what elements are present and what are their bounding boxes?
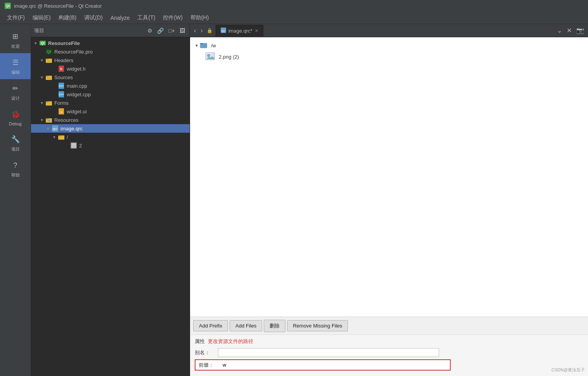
tab-close-all-btn[interactable]: ✕ bbox=[564, 25, 574, 36]
tree-item-res-2[interactable]: □ 2 bbox=[31, 141, 190, 150]
fwd-btn[interactable]: › bbox=[198, 26, 205, 36]
svg-rect-14 bbox=[47, 102, 48, 103]
menu-item-analyze[interactable]: Analyze bbox=[107, 13, 134, 23]
prefix-w-label: /w bbox=[211, 43, 216, 49]
remove-btn[interactable]: 删除 bbox=[264, 320, 285, 332]
tab-image-qrc[interactable]: qrc image.qrc* ✕ bbox=[216, 25, 263, 36]
svg-text:C++: C++ bbox=[59, 85, 64, 87]
bottom-toolbar: Add Prefix Add Files 删除 Remove Missing F… bbox=[190, 317, 588, 334]
widget-h-label: widget.h bbox=[67, 66, 85, 72]
add-files-btn[interactable]: Add Files bbox=[230, 320, 262, 331]
menu-item-build[interactable]: 构建(B) bbox=[55, 13, 81, 23]
headers-arrow: ▼ bbox=[39, 58, 45, 62]
prefix-w-arrow: ▼ bbox=[195, 43, 200, 48]
add-btn[interactable]: □+ bbox=[167, 27, 176, 35]
tree-item-resources[interactable]: ▼ Resources bbox=[31, 116, 190, 124]
sources-label: Sources bbox=[54, 75, 73, 80]
back-btn[interactable]: ‹ bbox=[192, 26, 198, 36]
prop-title-row: 属性 更改资源文件的路径 bbox=[195, 338, 583, 345]
tree-item-image-qrc[interactable]: ▼ qrc image.qrc bbox=[31, 124, 190, 133]
res-file-2png[interactable]: 2.png (2) bbox=[190, 51, 588, 63]
svg-rect-18 bbox=[46, 118, 48, 120]
svg-text:qrc: qrc bbox=[53, 127, 58, 131]
menu-item-file[interactable]: 文件(F) bbox=[3, 13, 29, 23]
tree-item-sources[interactable]: ▼ C+ Sources bbox=[31, 73, 190, 81]
tree-item-main-cpp[interactable]: C++ main.cpp bbox=[31, 81, 190, 90]
tab-options-btn[interactable]: ⌄ bbox=[555, 25, 564, 36]
svg-rect-13 bbox=[46, 101, 48, 102]
header-icon: h bbox=[57, 66, 65, 72]
menu-item-controls[interactable]: 控件(W) bbox=[159, 13, 187, 23]
sidebar-item-edit[interactable]: ☰ 编辑 bbox=[0, 53, 31, 79]
cpp-icon-widget: C++ bbox=[57, 91, 65, 97]
panel-actions: ⚙ 🔗 □+ 🖼 bbox=[146, 27, 187, 35]
sidebar-label-project: 项目 bbox=[11, 146, 20, 152]
sidebar-item-debug[interactable]: 🐞 Debug bbox=[0, 105, 31, 130]
sidebar-item-welcome[interactable]: ⊞ 欢迎 bbox=[0, 27, 31, 53]
tab-screenshot-btn[interactable]: 📷 bbox=[574, 25, 586, 36]
watermark: CSDN@黄汝瓜子 bbox=[552, 367, 585, 373]
sources-folder-icon: C+ bbox=[45, 74, 53, 80]
add-prefix-btn[interactable]: Add Prefix bbox=[193, 320, 228, 331]
prop-change-path-text: 更改资源文件的路径 bbox=[208, 338, 253, 345]
welcome-icon: ⊞ bbox=[10, 31, 21, 42]
resources-folder-icon bbox=[45, 117, 53, 123]
content-area: ‹ › 🔒 qrc image.qrc* ✕ ⌄ ✕ 📷 ▼ bbox=[190, 24, 588, 376]
edit-icon: ☰ bbox=[10, 57, 21, 68]
qrc-arrow: ▼ bbox=[45, 126, 51, 131]
svg-text:C++: C++ bbox=[59, 93, 64, 96]
svg-rect-23 bbox=[58, 135, 61, 137]
tree-item-forms[interactable]: ▼ Forms bbox=[31, 99, 190, 107]
root-label: ResourceFile bbox=[48, 40, 80, 46]
tree-item-widget-h[interactable]: h widget.h bbox=[31, 64, 190, 73]
project-panel: 项目 ⚙ 🔗 □+ 🖼 ▼ Qt ResourceFile bbox=[31, 24, 190, 376]
sidebar-label-help: 帮助 bbox=[11, 172, 20, 178]
sidebar-item-project[interactable]: 🔧 项目 bbox=[0, 130, 31, 156]
forms-folder-icon bbox=[45, 100, 53, 106]
sidebar-label-edit: 编辑 bbox=[11, 69, 20, 75]
menu-item-debug[interactable]: 调试(D) bbox=[80, 13, 106, 23]
menu-bar: 文件(F)编辑(E)构建(B)调试(D)Analyze工具(T)控件(W)帮助(… bbox=[0, 12, 588, 24]
tree-view[interactable]: ▼ Qt ResourceFile Qt ResourceFile.pro ▼ … bbox=[31, 37, 190, 376]
alias-input[interactable] bbox=[218, 348, 439, 357]
svg-rect-30 bbox=[200, 43, 203, 44]
prop-prefix-label: 前缀： bbox=[197, 362, 220, 369]
title-bar: Qt image.qrc @ ResourceFile - Qt Creator bbox=[0, 0, 588, 12]
tree-item-widget-cpp[interactable]: C++ widget.cpp bbox=[31, 90, 190, 99]
sidebar-item-help[interactable]: ? 帮助 bbox=[0, 156, 31, 182]
image-file-icon bbox=[206, 52, 215, 61]
tree-item-headers[interactable]: ▼ H Headers bbox=[31, 56, 190, 64]
sidebar-icons: ⊞ 欢迎 ☰ 编辑 ✏ 设计 🐞 Debug 🔧 项目 ? 帮助 bbox=[0, 24, 31, 376]
root-arrow: ▼ bbox=[33, 41, 39, 45]
design-icon: ✏ bbox=[10, 83, 21, 94]
main-layout: ⊞ 欢迎 ☰ 编辑 ✏ 设计 🐞 Debug 🔧 项目 ? 帮助 项目 ⚙ bbox=[0, 24, 588, 376]
resources-label: Resources bbox=[54, 117, 78, 123]
menu-item-tools[interactable]: 工具(T) bbox=[133, 13, 159, 23]
tree-item-pro[interactable]: Qt ResourceFile.pro bbox=[31, 47, 190, 56]
svg-text:□: □ bbox=[73, 144, 75, 148]
tree-item-root[interactable]: ▼ Qt ResourceFile bbox=[31, 39, 190, 47]
filter-btn[interactable]: ⚙ bbox=[146, 27, 154, 35]
remove-missing-btn[interactable]: Remove Missing Files bbox=[287, 320, 348, 331]
tab-qrc-icon: qrc bbox=[221, 28, 226, 34]
tree-item-widget-ui[interactable]: ui widget.ui bbox=[31, 107, 190, 116]
panel-header: 项目 ⚙ 🔗 □+ 🖼 bbox=[31, 24, 190, 37]
menu-item-edit[interactable]: 编辑(E) bbox=[29, 13, 55, 23]
prop-alias-row: 别名： bbox=[195, 348, 583, 357]
app-icon: Qt bbox=[5, 3, 11, 9]
sidebar-item-design[interactable]: ✏ 设计 bbox=[0, 79, 31, 105]
tree-item-slash[interactable]: ▼ / bbox=[31, 133, 190, 141]
prefix-input[interactable] bbox=[220, 361, 448, 369]
image-file-label: 2.png (2) bbox=[219, 54, 239, 60]
res-prefix-w[interactable]: ▼ /w bbox=[190, 40, 588, 51]
res2-icon: □ bbox=[70, 142, 78, 149]
ui-icon: ui bbox=[57, 108, 65, 114]
image-qrc-label: image.qrc bbox=[61, 126, 83, 132]
menu-item-help[interactable]: 帮助(H) bbox=[187, 13, 213, 23]
image-btn[interactable]: 🖼 bbox=[178, 27, 187, 35]
link-btn[interactable]: 🔗 bbox=[156, 27, 165, 35]
tab-close-btn[interactable]: ✕ bbox=[255, 28, 258, 33]
resource-editor: ▼ /w 2.png (2) bbox=[190, 37, 588, 376]
svg-text:H: H bbox=[48, 59, 50, 62]
pro-icon: Qt bbox=[45, 49, 53, 55]
